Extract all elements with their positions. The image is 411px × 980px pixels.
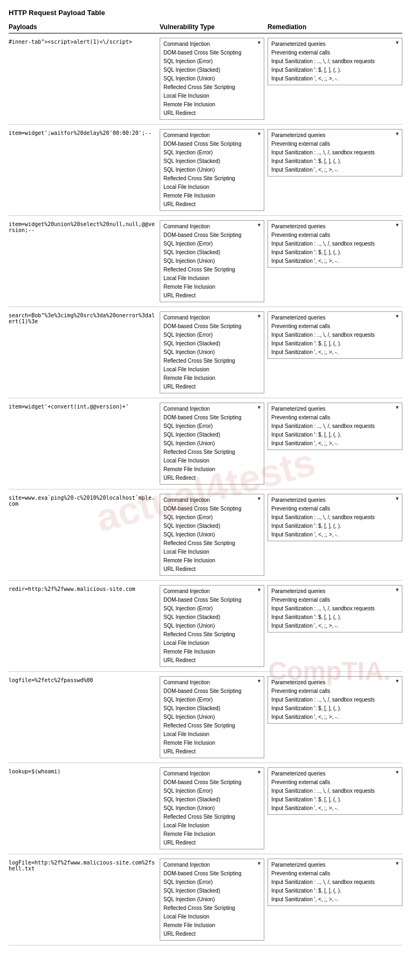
remediation-cell[interactable]: Parameterized queriesPreventing external… (268, 220, 402, 268)
vuln-type-cell[interactable]: Command InjectionDOM-based Cross Site Sc… (160, 129, 264, 211)
vuln-type-item: URL Redirect (163, 930, 261, 938)
vuln-type-item: DOM-based Cross Site Scripting (163, 505, 261, 513)
col-remediation: Remediation (268, 23, 402, 31)
remediation-cell[interactable]: Parameterized queriesPreventing external… (268, 859, 402, 906)
remediation-item: Preventing external calls (271, 505, 399, 513)
vuln-type-item: SQL Injection (Union) (163, 713, 261, 722)
remediation-cell[interactable]: Parameterized queriesPreventing external… (268, 494, 402, 541)
remediation-item: Preventing external calls (271, 596, 399, 604)
vuln-type-item: Command Injection (163, 861, 261, 869)
vuln-type-item: Local File Inclusion (163, 913, 261, 921)
payload-cell: logfile=%2fetc%2fpasswd%00 (9, 676, 160, 683)
remediation-cell[interactable]: Parameterized queriesPreventing external… (268, 403, 402, 450)
vuln-type-item: DOM-based Cross Site Scripting (163, 231, 261, 240)
vuln-type-item: SQL Injection (Error) (163, 787, 261, 795)
vuln-type-item: URL Redirect (163, 656, 261, 665)
vuln-type-item: Reflected Cross Site Scripting (163, 813, 261, 821)
vuln-type-item: Reflected Cross Site Scripting (163, 630, 261, 639)
vuln-type-cell[interactable]: Command InjectionDOM-based Cross Site Sc… (160, 767, 264, 849)
payload-cell: item=widget';waitfor%20delay%20'00:00:20… (9, 129, 160, 136)
vuln-type-item: URL Redirect (163, 747, 261, 756)
vuln-type-item: Local File Inclusion (163, 639, 261, 648)
vuln-type-cell[interactable]: Command InjectionDOM-based Cross Site Sc… (160, 585, 264, 667)
vuln-type-cell[interactable]: Command InjectionDOM-based Cross Site Sc… (160, 859, 264, 941)
table-row: site=www.exa`ping%20-c%2010%20localhost`… (9, 494, 402, 581)
remediation-cell[interactable]: Parameterized queriesPreventing external… (268, 129, 402, 176)
table-body: #inner-tab"><script>alert(1)<\/script>Co… (9, 38, 402, 945)
vuln-type-item: Command Injection (163, 587, 261, 596)
remediation-item: Input Sanitization ', <, ;, >, -. (271, 439, 399, 448)
vuln-type-item: Remote File Inclusion (163, 739, 261, 747)
vuln-type-item: Remote File Inclusion (163, 648, 261, 656)
vuln-type-item: Command Injection (163, 496, 261, 505)
vuln-type-item: URL Redirect (163, 200, 261, 209)
vuln-type-cell[interactable]: Command InjectionDOM-based Cross Site Sc… (160, 38, 264, 120)
vuln-type-item: Command Injection (163, 131, 261, 140)
remediation-item: Input Sanitization ', <, ;, >, -. (271, 74, 399, 83)
remediation-cell[interactable]: Parameterized queriesPreventing external… (268, 38, 402, 85)
remediation-cell[interactable]: Parameterized queriesPreventing external… (268, 311, 402, 359)
remediation-item: Preventing external calls (271, 413, 399, 422)
vuln-type-item: Local File Inclusion (163, 548, 261, 556)
vuln-type-item: Remote File Inclusion (163, 830, 261, 839)
vuln-type-item: SQL Injection (Error) (163, 878, 261, 887)
remediation-item: Input Sanitization ': $, [, ], (, ). (271, 795, 399, 804)
vuln-type-item: URL Redirect (163, 109, 261, 118)
vuln-type-item: SQL Injection (Error) (163, 422, 261, 431)
vuln-type-item: Command Injection (163, 222, 261, 231)
payload-cell: item=widget%20union%20select%20null,null… (9, 220, 160, 233)
remediation-item: Preventing external calls (271, 687, 399, 696)
vuln-type-cell[interactable]: Command InjectionDOM-based Cross Site Sc… (160, 220, 264, 302)
vuln-type-item: Command Injection (163, 40, 261, 49)
vuln-type-item: SQL Injection (Error) (163, 696, 261, 704)
vuln-type-item: Reflected Cross Site Scripting (163, 722, 261, 730)
remediation-item: Parameterized queries (271, 131, 399, 140)
remediation-item: Parameterized queries (271, 40, 399, 49)
vuln-type-item: SQL Injection (Union) (163, 622, 261, 630)
vuln-type-item: SQL Injection (Stacked) (163, 66, 261, 74)
vuln-type-item: SQL Injection (Error) (163, 604, 261, 613)
remediation-item: Input Sanitization ': $, [, ], (, ). (271, 887, 399, 895)
vuln-type-item: SQL Injection (Union) (163, 257, 261, 266)
remediation-cell[interactable]: Parameterized queriesPreventing external… (268, 767, 402, 815)
vuln-type-item: Local File Inclusion (163, 274, 261, 283)
vuln-type-item: DOM-based Cross Site Scripting (163, 596, 261, 604)
vuln-type-item: SQL Injection (Stacked) (163, 157, 261, 166)
vuln-type-item: SQL Injection (Stacked) (163, 795, 261, 804)
page-title: HTTP Request Payload Table (9, 9, 402, 17)
remediation-item: Preventing external calls (271, 778, 399, 787)
vuln-type-item: DOM-based Cross Site Scripting (163, 322, 261, 331)
vuln-type-item: SQL Injection (Union) (163, 439, 261, 448)
vuln-type-item: SQL Injection (Union) (163, 74, 261, 83)
vuln-type-cell[interactable]: Command InjectionDOM-based Cross Site Sc… (160, 676, 264, 758)
vuln-type-item: SQL Injection (Stacked) (163, 339, 261, 348)
table-row: item=widget'+convert(int,@@version)+'Com… (9, 403, 402, 489)
payload-cell: #inner-tab"><script>alert(1)<\/script> (9, 38, 160, 45)
table-row: logfile=%2fetc%2fpasswd%00Command Inject… (9, 676, 402, 763)
vuln-type-item: Local File Inclusion (163, 92, 261, 100)
remediation-item: Parameterized queries (271, 587, 399, 596)
remediation-item: Input Sanitization ', <, ;, >, -. (271, 257, 399, 266)
vuln-type-item: Remote File Inclusion (163, 283, 261, 291)
col-vuln: Vulnerability Type (160, 23, 268, 31)
vuln-type-item: Local File Inclusion (163, 730, 261, 739)
vuln-type-item: Remote File Inclusion (163, 556, 261, 565)
vuln-type-item: SQL Injection (Error) (163, 331, 261, 339)
col-payloads: Payloads (9, 23, 160, 31)
payload-cell: redir=http:%2f%2fwww.malicious-site.com (9, 585, 160, 592)
vuln-type-cell[interactable]: Command InjectionDOM-based Cross Site Sc… (160, 403, 264, 485)
vuln-type-item: Local File Inclusion (163, 821, 261, 830)
vuln-type-cell[interactable]: Command InjectionDOM-based Cross Site Sc… (160, 311, 264, 393)
vuln-type-item: Command Injection (163, 405, 261, 413)
remediation-cell[interactable]: Parameterized queriesPreventing external… (268, 676, 402, 724)
remediation-item: Input Sanitization : .., \, /, sandbox r… (271, 331, 399, 339)
vuln-type-item: Remote File Inclusion (163, 374, 261, 383)
remediation-item: Preventing external calls (271, 322, 399, 331)
vuln-type-cell[interactable]: Command InjectionDOM-based Cross Site Sc… (160, 494, 264, 576)
payload-cell: lookup=$(whoami) (9, 767, 160, 774)
remediation-cell[interactable]: Parameterized queriesPreventing external… (268, 585, 402, 632)
vuln-type-item: URL Redirect (163, 474, 261, 482)
remediation-item: Input Sanitization : .., \, /, sandbox r… (271, 57, 399, 66)
vuln-type-item: Local File Inclusion (163, 183, 261, 192)
payload-cell: site=www.exa`ping%20-c%2010%20localhost`… (9, 494, 160, 507)
